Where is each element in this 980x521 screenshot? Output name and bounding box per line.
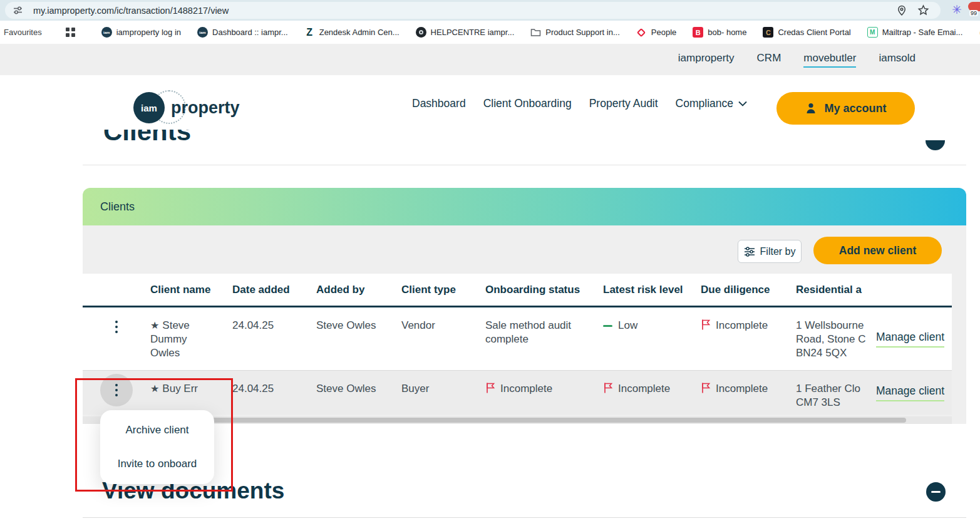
red-flag-icon: [701, 382, 711, 394]
column-added-by: Added by: [316, 284, 401, 296]
collapse-clients-button[interactable]: [926, 140, 945, 150]
column-residential-address: Residential a: [796, 284, 952, 296]
date-added-cell: 24.04.25: [232, 382, 316, 415]
risk-low-dash-icon: [603, 325, 612, 327]
product-tab-iamsold[interactable]: iamsold: [879, 52, 916, 68]
client-name: Buy Err: [162, 383, 198, 395]
browser-top-bar: my.iamproperty.com/ic/transaction/148821…: [0, 0, 980, 21]
bookmark-star-icon[interactable]: [917, 4, 929, 16]
nav-dashboard[interactable]: Dashboard: [412, 97, 466, 110]
bookmark-mailtrap[interactable]: M Mailtrap - Safe Emai...: [867, 27, 963, 38]
section-divider: [83, 517, 966, 518]
red-flag-icon: [701, 319, 711, 331]
clients-panel-body: Filter by Add new client Client name Dat…: [83, 225, 966, 424]
logo-wordmark: property: [171, 98, 240, 118]
onboarding-status-cell: Sale method audit complete: [485, 319, 603, 370]
filter-sliders-icon: [744, 247, 755, 257]
chevron-down-icon: [738, 101, 747, 106]
table-row: Buy Err 24.04.25 Steve Owles Buyer Incom…: [83, 371, 952, 415]
bookmark-label: Zendesk Admin Cen...: [319, 28, 400, 37]
clients-panel-header: Clients: [83, 188, 966, 225]
mailtrap-icon: M: [867, 27, 878, 38]
bookmark-dashboard[interactable]: iam Dashboard :: iampr...: [197, 27, 288, 38]
iamproperty-logo[interactable]: iam property: [133, 92, 240, 123]
column-latest-risk-level: Latest risk level: [603, 284, 701, 296]
site-settings-icon[interactable]: [13, 5, 23, 16]
manage-client-cell: Manage client: [869, 371, 944, 415]
filter-by-button[interactable]: Filter by: [738, 240, 802, 263]
collapse-view-documents-button[interactable]: [926, 482, 946, 502]
bookmark-zendesk[interactable]: Z Zendesk Admin Cen...: [304, 27, 400, 38]
bookmark-label: iamproperty log in: [116, 28, 181, 37]
product-switcher-nav: iamproperty CRM movebutler iamsold: [0, 44, 980, 75]
column-date-added: Date added: [232, 284, 316, 296]
risk-level-text: Incomplete: [618, 383, 670, 395]
favourite-star-icon[interactable]: [150, 320, 159, 331]
extension-icon[interactable]: [950, 3, 964, 17]
my-account-button[interactable]: My account: [776, 92, 915, 125]
favourites-label[interactable]: Favourites: [4, 28, 42, 37]
risk-level-text: Low: [618, 319, 637, 331]
person-icon: [805, 102, 817, 115]
address-bar[interactable]: my.iamproperty.com/ic/transaction/148821…: [5, 2, 941, 19]
onboarding-status-text: Incomplete: [500, 383, 552, 395]
horizontal-scrollbar-thumb[interactable]: [148, 418, 906, 423]
bookmarks-bar: Favourites iam iamproperty log in iam Da…: [0, 21, 980, 44]
bookmarks-grid-icon[interactable]: [66, 28, 75, 38]
site-header: iam property Dashboard Client Onboarding…: [0, 75, 980, 130]
nav-compliance[interactable]: Compliance: [676, 97, 747, 110]
column-client-type: Client type: [401, 284, 485, 296]
bookmark-label: Product Support in...: [545, 28, 620, 37]
bookmark-label: Credas Client Portal: [778, 28, 850, 37]
helpcentre-icon: [416, 27, 426, 38]
due-diligence-cell: Incomplete: [701, 382, 796, 415]
added-by-cell: Steve Owles: [316, 319, 401, 370]
menu-item-invite-to-onboard[interactable]: Invite to onboard: [100, 450, 214, 478]
bookmark-label: People: [651, 28, 676, 37]
page-title: Clients: [103, 128, 291, 148]
panel-title: Clients: [100, 200, 135, 214]
bookmark-product-support[interactable]: Product Support in...: [530, 27, 620, 38]
nav-client-onboarding[interactable]: Client Onboarding: [483, 97, 572, 110]
table-header-row: Client name Date added Added by Client t…: [83, 274, 952, 307]
risk-level-cell: Low: [603, 319, 701, 370]
nav-property-audit[interactable]: Property Audit: [589, 97, 658, 110]
manage-client-cell: Manage client: [869, 307, 944, 370]
folder-icon: [530, 27, 541, 38]
risk-level-cell: Incomplete: [603, 382, 701, 415]
main-nav: Dashboard Client Onboarding Property Aud…: [412, 96, 747, 111]
bookmark-label: Dashboard :: iampr...: [212, 28, 288, 37]
manage-client-link[interactable]: Manage client: [876, 384, 944, 401]
column-onboarding-status: Onboarding status: [485, 284, 603, 296]
product-tab-movebutler[interactable]: movebutler: [803, 52, 856, 68]
menu-item-archive-client[interactable]: Archive client: [100, 416, 214, 444]
favourite-star-icon[interactable]: [150, 383, 159, 394]
bookmark-credas[interactable]: C Credas Client Portal: [763, 27, 850, 38]
manage-client-link[interactable]: Manage client: [876, 330, 944, 348]
red-flag-icon: [485, 382, 495, 394]
add-new-client-button[interactable]: Add new client: [813, 237, 942, 264]
product-tab-iamproperty[interactable]: iamproperty: [678, 52, 735, 68]
bookmark-label: bob- home: [708, 28, 746, 37]
logo-circle: iam: [133, 92, 165, 123]
column-client-name: Client name: [150, 284, 232, 296]
bookmark-helpcentre[interactable]: HELPCENTRE iampr...: [416, 27, 515, 38]
nav-compliance-label: Compliance: [676, 97, 733, 110]
row-actions-cell: [83, 319, 150, 370]
bookmark-label: HELPCENTRE iampr...: [431, 28, 515, 37]
bookmark-label: Mailtrap - Safe Emai...: [882, 28, 963, 37]
people-diamond-icon: [636, 27, 647, 38]
bookmark-bob-home[interactable]: B bob- home: [693, 27, 746, 38]
due-diligence-cell: Incomplete: [701, 319, 796, 370]
iam-logo-icon: iam: [197, 27, 208, 38]
bookmark-people[interactable]: People: [636, 27, 676, 38]
kebab-menu-icon[interactable]: [115, 319, 118, 370]
notification-badge: 99: [969, 10, 978, 16]
url-text[interactable]: my.iamproperty.com/ic/transaction/148821…: [33, 6, 229, 16]
bookmark-iamproperty-login[interactable]: iam iamproperty log in: [101, 27, 181, 38]
product-tab-crm[interactable]: CRM: [757, 52, 781, 68]
my-account-label: My account: [824, 102, 886, 115]
onboarding-status-cell: Incomplete: [485, 382, 603, 415]
iam-logo-icon: iam: [101, 27, 112, 38]
location-pin-icon[interactable]: [896, 5, 907, 16]
